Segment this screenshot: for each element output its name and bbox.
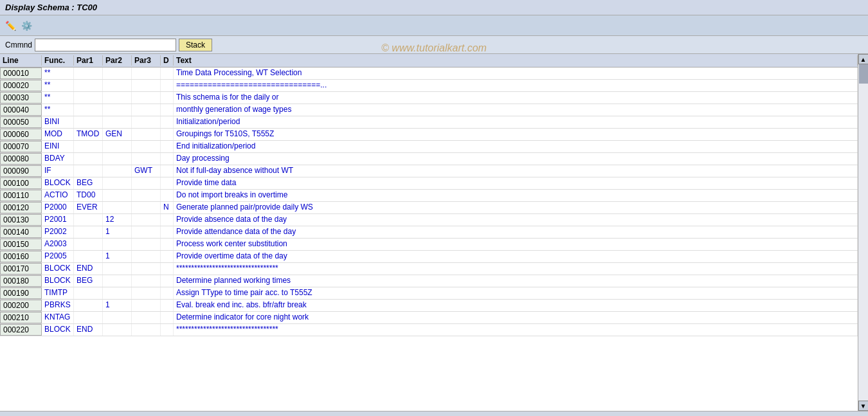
col-par2: Par2 (103, 55, 132, 66)
table-row[interactable]: 000200PBRKS1Eval. break end inc. abs. bf… (0, 300, 858, 312)
table-row[interactable]: 000160P20051Provide overtime data of the… (0, 251, 858, 263)
table-row[interactable]: 000170BLOCKEND**************************… (0, 263, 858, 275)
table-row[interactable]: 000010**Time Data Processing, WT Selecti… (0, 68, 858, 80)
table-row[interactable]: 000070EINIEnd initialization/period (0, 141, 858, 153)
table-row[interactable]: 000180BLOCKBEGDetermine planned working … (0, 275, 858, 287)
table-row[interactable]: 000020**================================… (0, 80, 858, 92)
edit-icon[interactable]: ✏️ (5, 21, 16, 31)
scroll-arrow-down[interactable]: ▼ (858, 401, 869, 411)
table-row[interactable]: 000140P20021Provide attendance data of t… (0, 226, 858, 239)
scroll-track[interactable] (858, 64, 868, 401)
table-row[interactable]: 000040**monthly generation of wage types (0, 104, 858, 116)
scroll-thumb[interactable] (859, 64, 868, 84)
col-line: Line (0, 55, 42, 66)
title-bar: Display Schema : TC00 (0, 0, 868, 15)
table-row[interactable]: 000090IFGWTNot if full-day absence witho… (0, 165, 858, 177)
table-row[interactable]: 000100BLOCKBEGProvide time data (0, 177, 858, 190)
stack-button[interactable]: Stack (179, 39, 212, 51)
toolbar: ✏️ ⚙️ © www.tutorialkart.com (0, 15, 868, 36)
command-input[interactable] (35, 39, 176, 51)
table-row[interactable]: 000080BDAYDay processing (0, 153, 858, 165)
scroll-arrow-up[interactable]: ▲ (858, 54, 869, 64)
scrollbar-right[interactable]: ▲ ▼ (858, 54, 868, 411)
table-row[interactable]: 000210KNTAGDetermine indicator for core … (0, 312, 858, 324)
table-row[interactable]: 000030**This schema is for the daily or (0, 92, 858, 104)
col-text: Text (174, 55, 858, 66)
command-label: Cmmnd (5, 41, 32, 50)
scroll-container[interactable]: Line Func. Par1 Par2 Par3 D Text 000010*… (0, 54, 858, 411)
col-d: D (161, 55, 174, 66)
col-par3: Par3 (132, 55, 161, 66)
table-row[interactable]: 000120P2000EVERNGenerate planned pair/pr… (0, 202, 858, 214)
grid-header: Line Func. Par1 Par2 Par3 D Text (0, 54, 858, 68)
table-row[interactable]: 000130P200112Provide absence data of the… (0, 214, 858, 226)
title-text: Display Schema : TC00 (5, 3, 97, 12)
main-container: Line Func. Par1 Par2 Par3 D Text 000010*… (0, 54, 868, 411)
grid-rows: 000010**Time Data Processing, WT Selecti… (0, 68, 858, 336)
table-row[interactable]: 000060MODTMODGENGroupings for T510S, T55… (0, 129, 858, 141)
bottom-bar (0, 411, 868, 416)
col-par1: Par1 (74, 55, 103, 66)
col-func: Func. (42, 55, 74, 66)
table-row[interactable]: 000050BINIInitialization/period (0, 116, 858, 129)
settings-icon[interactable]: ⚙️ (21, 21, 32, 31)
table-row[interactable]: 000150A2003Process work center substitut… (0, 239, 858, 251)
table-row[interactable]: 000220BLOCKEND**************************… (0, 324, 858, 336)
command-bar: Cmmnd Stack (0, 36, 868, 54)
table-row[interactable]: 000110ACTIOTD00Do not import breaks in o… (0, 190, 858, 202)
table-row[interactable]: 000190TIMTPAssign TType to time pair acc… (0, 287, 858, 300)
